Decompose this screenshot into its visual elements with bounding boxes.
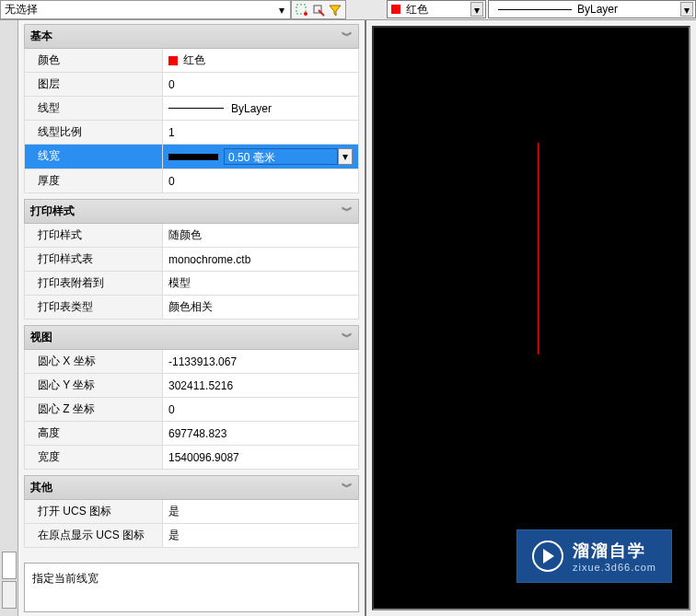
prop-label: 厚度 xyxy=(25,169,163,192)
prop-label: 图层 xyxy=(25,73,163,96)
prop-label: 高度 xyxy=(25,422,163,445)
vtab-2[interactable] xyxy=(2,581,17,609)
prop-value[interactable]: 302411.5216 xyxy=(163,374,358,397)
lineweight-input[interactable]: 0.50 毫米 xyxy=(224,148,338,165)
chevron-down-icon: ︾ xyxy=(342,330,353,345)
prop-value[interactable]: 0.50 毫米 ▾ xyxy=(163,145,358,169)
prop-value[interactable]: 0 xyxy=(163,169,358,192)
body-area: 基本 ︾ 颜色 红色 图层 0 线型 ByLayer 线型比例 1 线宽 xyxy=(0,20,696,616)
properties-panel: 基本 ︾ 颜色 红色 图层 0 线型 ByLayer 线型比例 1 线宽 xyxy=(18,20,366,616)
tooltip-text: 指定当前线宽 xyxy=(32,572,99,585)
prop-row-plotstyle[interactable]: 打印样式 随颜色 xyxy=(24,224,359,248)
lineweight-sample xyxy=(168,154,218,160)
prop-row-cx[interactable]: 圆心 X 坐标 -1133913.067 xyxy=(24,350,359,374)
dropdown-arrow-icon[interactable]: ▾ xyxy=(470,2,483,17)
prop-row-plotattached[interactable]: 打印表附着到 模型 xyxy=(24,272,359,296)
prop-label: 打印样式表 xyxy=(25,248,163,271)
prop-value[interactable]: 随颜色 xyxy=(163,224,358,247)
dropdown-arrow-icon[interactable]: ▾ xyxy=(275,4,288,17)
prop-label: 线型 xyxy=(25,97,163,120)
dropdown-arrow-icon[interactable]: ▾ xyxy=(338,148,353,165)
canvas-area: 溜溜自学 zixue.3d66.com xyxy=(366,20,696,616)
chevron-down-icon: ︾ xyxy=(342,480,353,495)
linetype-sample: ByLayer xyxy=(493,3,695,16)
prop-label: 颜色 xyxy=(25,49,163,72)
prop-label: 圆心 X 坐标 xyxy=(25,350,163,373)
prop-value[interactable]: 1 xyxy=(163,121,358,144)
watermark-title: 溜溜自学 xyxy=(573,540,656,562)
prop-row-width[interactable]: 宽度 1540096.9087 xyxy=(24,446,359,470)
top-icons xyxy=(291,0,346,19)
prop-label: 在原点显示 UCS 图标 xyxy=(25,524,163,547)
vtab-1[interactable] xyxy=(2,552,17,579)
svg-rect-0 xyxy=(296,5,306,14)
play-icon xyxy=(532,540,563,572)
group-plot: 打印样式 ︾ 打印样式 随颜色 打印样式表 monochrome.ctb 打印表… xyxy=(24,199,359,320)
tooltip-box: 指定当前线宽 xyxy=(24,563,359,612)
prop-value[interactable]: 0 xyxy=(163,398,358,421)
chevron-down-icon: ︾ xyxy=(342,29,353,44)
prop-row-layer[interactable]: 图层 0 xyxy=(24,73,359,97)
prop-value[interactable]: 颜色相关 xyxy=(163,296,358,319)
pick-add-icon[interactable] xyxy=(311,3,326,17)
prop-row-plottable[interactable]: 打印样式表 monochrome.ctb xyxy=(24,248,359,272)
prop-row-lineweight[interactable]: 线宽 0.50 毫米 ▾ xyxy=(24,145,359,169)
prop-row-ltscale[interactable]: 线型比例 1 xyxy=(24,121,359,145)
color-dropdown[interactable]: 红色 ▾ xyxy=(387,0,486,18)
prop-row-height[interactable]: 高度 697748.823 xyxy=(24,422,359,446)
prop-label: 打印样式 xyxy=(25,224,163,247)
prop-row-thickness[interactable]: 厚度 0 xyxy=(24,169,359,193)
color-swatch xyxy=(391,5,400,14)
prop-label: 宽度 xyxy=(25,446,163,469)
prop-row-cy[interactable]: 圆心 Y 坐标 302411.5216 xyxy=(24,374,359,398)
quick-select-icon[interactable] xyxy=(295,3,309,17)
prop-row-cz[interactable]: 圆心 Z 坐标 0 xyxy=(24,398,359,422)
prop-label: 圆心 Y 坐标 xyxy=(25,374,163,397)
group-header-view[interactable]: 视图 ︾ xyxy=(24,325,359,350)
sidebar xyxy=(0,20,18,616)
prop-value[interactable]: -1133913.067 xyxy=(163,350,358,373)
chevron-down-icon: ︾ xyxy=(342,203,353,219)
prop-label: 线宽 xyxy=(25,145,163,169)
prop-value[interactable]: ByLayer xyxy=(163,97,358,120)
linetype-label: ByLayer xyxy=(577,3,618,16)
prop-value[interactable]: 1540096.9087 xyxy=(163,446,358,469)
prop-label: 打印表类型 xyxy=(25,296,163,319)
group-basic: 基本 ︾ 颜色 红色 图层 0 线型 ByLayer 线型比例 1 线宽 xyxy=(24,24,359,193)
selection-label: 无选择 xyxy=(5,2,38,17)
prop-label: 打开 UCS 图标 xyxy=(25,500,163,523)
prop-value[interactable]: monochrome.ctb xyxy=(163,248,358,271)
top-right-toolbar: 红色 ▾ ByLayer ▾ xyxy=(387,0,696,20)
drawing-canvas[interactable]: 溜溜自学 zixue.3d66.com xyxy=(372,26,690,610)
prop-row-plottabletype[interactable]: 打印表类型 颜色相关 xyxy=(24,296,359,320)
watermark: 溜溜自学 zixue.3d66.com xyxy=(516,529,672,583)
watermark-sub: zixue.3d66.com xyxy=(573,562,656,573)
group-header-other[interactable]: 其他 ︾ xyxy=(24,475,359,500)
prop-row-linetype[interactable]: 线型 ByLayer xyxy=(24,97,359,121)
linetype-dropdown[interactable]: ByLayer ▾ xyxy=(488,0,696,18)
group-header-plot[interactable]: 打印样式 ︾ xyxy=(24,199,359,224)
prop-label: 圆心 Z 坐标 xyxy=(25,398,163,421)
prop-value[interactable]: 697748.823 xyxy=(163,422,358,445)
group-other: 其他 ︾ 打开 UCS 图标 是 在原点显示 UCS 图标 是 xyxy=(24,475,359,548)
prop-value[interactable]: 是 xyxy=(163,500,358,523)
prop-row-ucsorigin[interactable]: 在原点显示 UCS 图标 是 xyxy=(24,524,359,548)
drawn-line xyxy=(538,143,539,354)
prop-label: 打印表附着到 xyxy=(25,272,163,295)
prop-label: 线型比例 xyxy=(25,121,163,144)
prop-row-color[interactable]: 颜色 红色 xyxy=(24,49,359,73)
group-view: 视图 ︾ 圆心 X 坐标 -1133913.067 圆心 Y 坐标 302411… xyxy=(24,325,359,470)
dropdown-arrow-icon[interactable]: ▾ xyxy=(680,2,693,17)
filter-icon[interactable] xyxy=(328,3,342,17)
color-label: 红色 xyxy=(406,2,428,17)
prop-value[interactable]: 0 xyxy=(163,73,358,96)
linetype-line-sample xyxy=(168,108,224,109)
selection-dropdown[interactable]: 无选择 ▾ xyxy=(0,0,291,19)
prop-value[interactable]: 是 xyxy=(163,524,358,547)
prop-value[interactable]: 模型 xyxy=(163,272,358,295)
group-header-basic[interactable]: 基本 ︾ xyxy=(24,24,359,49)
color-swatch xyxy=(168,56,178,65)
prop-value[interactable]: 红色 xyxy=(163,49,358,72)
prop-row-ucsicon[interactable]: 打开 UCS 图标 是 xyxy=(24,500,359,524)
svg-point-1 xyxy=(304,12,307,16)
